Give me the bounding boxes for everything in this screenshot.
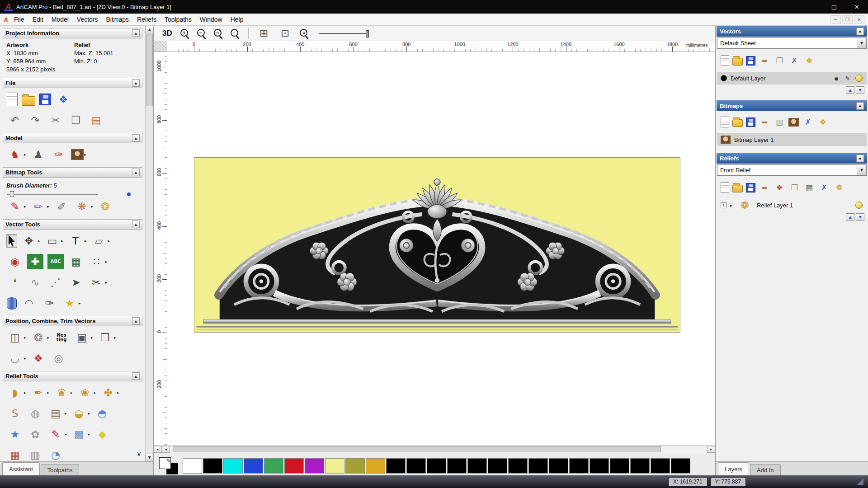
import-3d-model-icon[interactable]: ❖: [55, 91, 72, 108]
zoom-previous-icon[interactable]: ◂: [298, 27, 311, 40]
create-curve-icon[interactable]: ❛: [6, 274, 24, 291]
calculate-relief-icon[interactable]: ▦: [803, 181, 816, 194]
palette-swatch-16[interactable]: [508, 458, 528, 474]
texture-dome-icon[interactable]: ◓: [94, 405, 111, 422]
bitmap-layer-row[interactable]: Bitmap Layer 1: [717, 133, 867, 146]
slider-thumb[interactable]: [10, 191, 14, 197]
flyout-arrow-icon[interactable]: ▸: [65, 411, 67, 416]
texture-relief-icon[interactable]: ▩▸: [71, 426, 91, 442]
relief-from-model-icon[interactable]: ♞▸: [6, 146, 27, 163]
snap-toggle-icon[interactable]: ⊞: [255, 25, 273, 42]
flyout-arrow-icon[interactable]: ▸: [47, 335, 50, 340]
create-text-icon[interactable]: T▸: [67, 233, 87, 249]
layer-snap-icon[interactable]: ▪: [832, 74, 840, 82]
new-bitmap-layer-icon[interactable]: [720, 116, 730, 128]
freehand-draw-icon[interactable]: ✑: [41, 295, 58, 311]
menu-vectors[interactable]: Vectors: [73, 14, 102, 25]
palette-swatch-12[interactable]: [427, 458, 446, 474]
isolines-icon[interactable]: S: [6, 405, 24, 422]
duplicate-relief-icon[interactable]: ❐: [788, 181, 801, 194]
new-relief-layer-icon[interactable]: [720, 182, 730, 193]
flyout-arrow-icon[interactable]: ▸: [85, 152, 87, 157]
delete-relief-layer-icon[interactable]: ✗: [818, 181, 830, 194]
import-bitmap-icon[interactable]: ➥: [758, 116, 771, 128]
move-layer-up-button[interactable]: ▲: [846, 86, 854, 94]
model-image-icon[interactable]: ▸: [71, 149, 87, 160]
flyout-arrow-icon[interactable]: ▸: [105, 280, 108, 285]
palette-swatch-6[interactable]: [305, 458, 324, 474]
save-bitmap-layer-icon[interactable]: [745, 117, 756, 127]
chevron-down-icon[interactable]: ▼: [857, 165, 866, 175]
canvas-2d-view[interactable]: [167, 52, 715, 445]
save-vector-layer-icon[interactable]: [745, 56, 756, 66]
merge-relief-layers-icon[interactable]: ❁: [833, 181, 845, 194]
greyscale-model-icon[interactable]: ♟: [30, 146, 47, 163]
collapse-icon[interactable]: ▲: [132, 221, 140, 228]
palette-swatch-13[interactable]: [447, 458, 467, 474]
transform-vectors-icon[interactable]: ✥▸: [20, 233, 41, 249]
dome-icon[interactable]: ◒▸: [71, 405, 91, 422]
scroll-up-icon[interactable]: ▲: [146, 26, 153, 33]
flyout-arrow-icon[interactable]: ▸: [108, 239, 110, 243]
flyout-arrow-icon[interactable]: ▸: [88, 432, 90, 436]
move-layer-up-button[interactable]: ▲: [846, 213, 854, 221]
save-relief-layer-icon[interactable]: [745, 183, 756, 193]
save-model-icon[interactable]: [39, 93, 52, 106]
select-vectors-icon[interactable]: [6, 234, 17, 248]
align-objects-icon[interactable]: ▣▸: [73, 329, 94, 346]
mdi-restore-button[interactable]: ❐: [842, 15, 853, 24]
scrollbar-thumb[interactable]: [146, 34, 153, 106]
line-width-slider[interactable]: [319, 33, 369, 34]
flyout-arrow-icon[interactable]: ▸: [71, 390, 73, 395]
palette-swatch-22[interactable]: [630, 458, 650, 474]
move-layer-down-button[interactable]: ▼: [856, 213, 864, 221]
arc-icon[interactable]: ◠: [20, 295, 38, 311]
extrude-icon[interactable]: ❀▸: [76, 385, 97, 401]
maximize-button[interactable]: □: [823, 0, 845, 14]
sculpt-model-icon[interactable]: ✑: [50, 146, 67, 163]
flyout-arrow-icon[interactable]: ▸: [24, 152, 26, 157]
clipped-tool-icon-3[interactable]: ◔: [47, 447, 64, 461]
free-curve-icon[interactable]: ∿: [27, 274, 44, 291]
primary-secondary-colour-selector[interactable]: ✎: [159, 457, 178, 474]
layer-edit-icon[interactable]: ✎: [844, 74, 852, 82]
grid-icon[interactable]: ▦: [67, 253, 85, 270]
layer-visibility-bulb[interactable]: [855, 74, 863, 82]
clipped-tool-icon-2[interactable]: ▥: [27, 447, 44, 461]
swirl-icon[interactable]: ✿: [27, 426, 44, 442]
left-tab-assistant[interactable]: Assistant: [2, 462, 40, 475]
flyout-arrow-icon[interactable]: ▸: [85, 239, 87, 243]
close-button[interactable]: ✕: [845, 0, 868, 14]
delete-vector-layer-icon[interactable]: ✗: [788, 54, 801, 67]
palette-swatch-20[interactable]: [590, 458, 609, 474]
scroll-right-icon[interactable]: ▸: [707, 446, 715, 453]
palette-swatch-2[interactable]: [223, 458, 243, 474]
undo-icon[interactable]: ↶: [6, 112, 24, 128]
mirror-vectors-icon[interactable]: ▱▸: [90, 233, 111, 249]
collapse-icon[interactable]: ▲: [856, 28, 864, 35]
create-polyline-icon[interactable]: ✚: [27, 253, 44, 270]
move-layer-down-button[interactable]: ▼: [856, 86, 864, 94]
relief-visibility-bulb[interactable]: [855, 201, 863, 209]
turn-icon[interactable]: ✤▸: [99, 385, 120, 401]
scroll-more-chevron-icon[interactable]: ∨: [137, 450, 142, 458]
brush-diameter-slider[interactable]: [7, 194, 98, 195]
primary-colour-swatch[interactable]: ✎: [159, 457, 171, 469]
new-model-icon[interactable]: [6, 92, 18, 107]
flood-fill-icon[interactable]: ❂: [97, 198, 114, 215]
palette-swatch-11[interactable]: [406, 458, 426, 474]
left-tab-toolpaths[interactable]: Toolpaths: [41, 464, 80, 475]
offset-vectors-icon[interactable]: ◉: [6, 253, 24, 270]
palette-swatch-19[interactable]: [569, 458, 589, 474]
palette-swatch-18[interactable]: [549, 458, 568, 474]
zoom-objects-icon[interactable]: ◦: [229, 27, 241, 40]
delete-bitmap-layer-icon[interactable]: ✗: [802, 116, 814, 128]
clipped-tool-icon-1[interactable]: ▦: [6, 447, 24, 461]
open-vector-layer-icon[interactable]: [732, 55, 743, 66]
collapse-icon[interactable]: ▲: [132, 79, 140, 87]
import-relief-icon[interactable]: ➥: [758, 181, 771, 194]
pane-split-icon[interactable]: ▸: [154, 446, 162, 453]
vector-layer-row[interactable]: Default Layer ▪✎: [717, 72, 867, 84]
menu-help[interactable]: Help: [226, 14, 248, 25]
zoom-page-icon[interactable]: ▫: [212, 27, 225, 40]
